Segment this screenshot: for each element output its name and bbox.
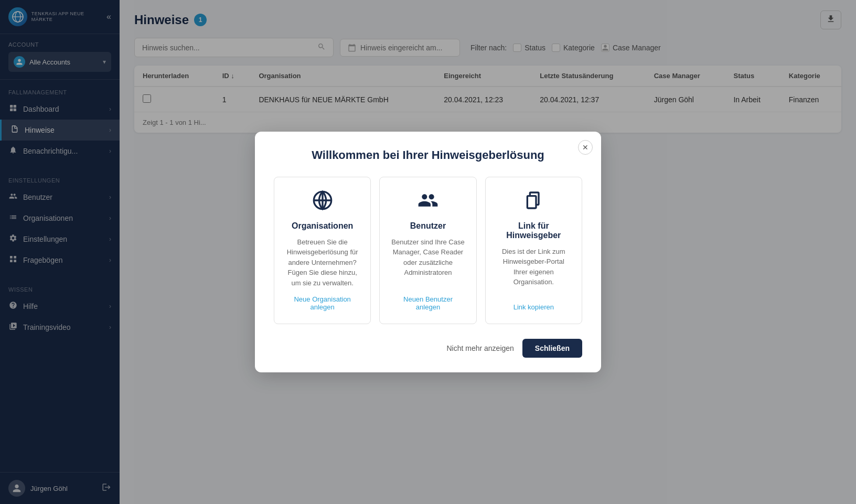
card-desc-benutzer: Benutzer sind Ihre Case Manager, Case Re… [390, 237, 465, 288]
modal-card-link: Link für Hinweisgeber Dies ist der Link … [485, 177, 582, 325]
card-title-benutzer: Benutzer [410, 221, 446, 231]
card-title-link: Link für Hinweisgeber [496, 221, 571, 240]
card-desc-organisationen: Betreuen Sie die Hinweisgeberlösung für … [285, 237, 360, 288]
modal-close-button[interactable]: ✕ [578, 140, 593, 155]
close-button[interactable]: Schließen [522, 339, 582, 358]
modal-footer: Nicht mehr anzeigen Schließen [274, 339, 582, 358]
modal-cards: Organisationen Betreuen Sie die Hinweisg… [274, 177, 582, 325]
modal-overlay: Willkommen bei Ihrer Hinweisgeberlösung … [0, 0, 856, 504]
modal-card-organisationen: Organisationen Betreuen Sie die Hinweisg… [274, 177, 371, 325]
card-desc-link: Dies ist der Link zum Hinweisgeber-Porta… [496, 246, 571, 296]
card-link-copy[interactable]: Link kopieren [513, 303, 554, 311]
modal-card-benutzer: Benutzer Benutzer sind Ihre Case Manager… [379, 177, 476, 325]
svg-rect-10 [528, 196, 537, 208]
users-icon [418, 190, 438, 215]
welcome-modal: Willkommen bei Ihrer Hinweisgeberlösung … [255, 132, 601, 373]
dismiss-button[interactable]: Nicht mehr anzeigen [446, 344, 513, 352]
link-icon [523, 190, 544, 215]
card-link-organisationen[interactable]: Neue Organisation anlegen [285, 295, 360, 311]
org-icon [312, 190, 333, 215]
card-title-organisationen: Organisationen [292, 221, 353, 231]
card-link-benutzer[interactable]: Neuen Benutzer anlegen [390, 295, 465, 311]
modal-title: Willkommen bei Ihrer Hinweisgeberlösung [274, 148, 582, 162]
